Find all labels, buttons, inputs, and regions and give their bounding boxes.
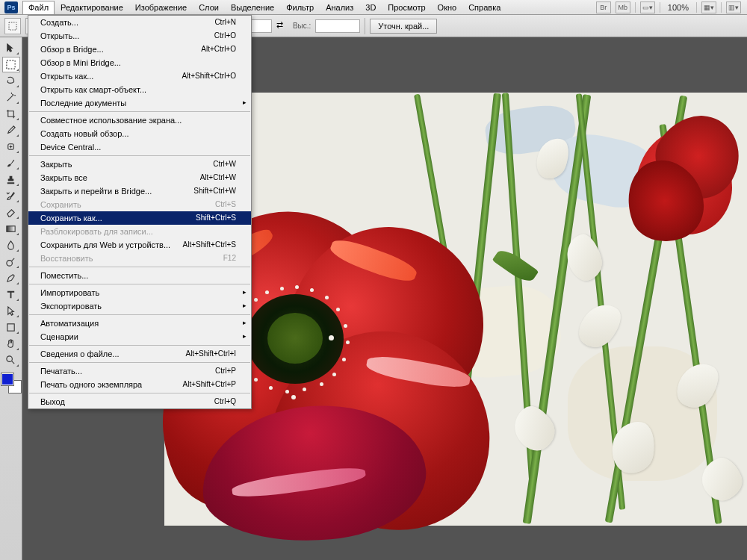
file-menu-item-31[interactable]: Печатать...Ctrl+P (28, 364, 251, 378)
workspace-switch-icon[interactable]: ▥▾ (726, 1, 741, 13)
menu-просмотр[interactable]: Просмотр (382, 1, 431, 14)
menu-item-label: Создать новый обзор... (40, 129, 129, 138)
file-menu-item-24[interactable]: Экспортировать (28, 299, 251, 313)
tool-pen[interactable] (2, 270, 20, 286)
tool-move[interactable] (2, 40, 20, 56)
height-input[interactable] (315, 19, 360, 33)
menu-item-label: Импортировать (40, 288, 99, 297)
refine-edge-button[interactable]: Уточн. край... (370, 19, 437, 34)
menu-item-label: Автоматизация (40, 319, 99, 328)
menu-выделение[interactable]: Выделение (225, 1, 280, 14)
file-menu-item-16[interactable]: Сохранить как...Shift+Ctrl+S (28, 211, 251, 225)
file-menu-item-15: СохранитьCtrl+S (28, 198, 251, 211)
menu-item-shortcut: Ctrl+W (213, 160, 236, 169)
tool-lasso[interactable] (2, 73, 20, 89)
file-menu-item-29[interactable]: Сведения о файле...Alt+Shift+Ctrl+I (28, 347, 251, 361)
color-swatches[interactable] (1, 373, 21, 393)
menu-3d[interactable]: 3D (359, 1, 382, 14)
svg-rect-11 (7, 226, 15, 232)
file-menu-item-4[interactable]: Открыть как...Alt+Shift+Ctrl+O (28, 69, 251, 83)
file-menu-item-17: Разблокировать для записи... (28, 225, 251, 238)
menu-item-shortcut: Alt+Ctrl+W (200, 173, 236, 182)
tool-gradient[interactable] (2, 221, 20, 237)
launch-minibridge-icon[interactable]: Mb (616, 1, 630, 13)
menu-item-label: Обзор в Bridge... (40, 45, 104, 54)
tool-history-brush[interactable] (2, 188, 20, 204)
menu-item-label: Открыть как смарт-объект... (40, 85, 146, 94)
file-menu-item-27[interactable]: Сценарии (28, 330, 251, 343)
tool-wand[interactable] (2, 90, 20, 105)
menu-редактирование[interactable]: Редактирование (55, 1, 129, 14)
file-menu-item-26[interactable]: Автоматизация (28, 317, 251, 330)
tool-hand[interactable] (2, 336, 20, 352)
file-menu-item-5[interactable]: Открыть как смарт-объект... (28, 83, 251, 96)
menu-item-shortcut: Alt+Shift+Ctrl+O (182, 72, 236, 81)
tool-marquee[interactable] (2, 57, 20, 72)
tool-zoom[interactable] (2, 352, 20, 368)
tool-shape[interactable] (2, 320, 20, 335)
file-menu-item-23[interactable]: Импортировать (28, 286, 251, 299)
file-menu-item-14[interactable]: Закрыть и перейти в Bridge...Shift+Ctrl+… (28, 184, 251, 198)
file-menu-item-6[interactable]: Последние документы (28, 96, 251, 110)
menu-слои[interactable]: Слои (193, 1, 225, 14)
menu-item-label: Сохранить (40, 200, 81, 209)
screen-mode-icon[interactable]: ▭▾ (640, 1, 655, 13)
file-menu-item-32[interactable]: Печать одного экземпляраAlt+Shift+Ctrl+P (28, 378, 251, 391)
menu-item-label: Поместить... (40, 271, 88, 280)
svg-rect-9 (7, 60, 15, 69)
menu-item-label: Последние документы (40, 99, 126, 108)
menu-item-label: Закрыть (40, 160, 72, 169)
file-menu-item-0[interactable]: Создать...Ctrl+N (28, 16, 251, 29)
zoom-level[interactable]: 100% (665, 3, 692, 12)
menu-item-label: Открыть как... (40, 72, 93, 81)
file-menu-item-13[interactable]: Закрыть всеAlt+Ctrl+W (28, 171, 251, 184)
file-menu-item-1[interactable]: Открыть...Ctrl+O (28, 29, 251, 43)
tool-dodge[interactable] (2, 254, 20, 270)
file-menu-item-21[interactable]: Поместить... (28, 269, 251, 282)
file-menu-item-34[interactable]: ВыходCtrl+Q (28, 395, 251, 408)
menu-item-label: Открыть... (40, 31, 79, 40)
svg-rect-13 (7, 324, 14, 331)
file-menu-item-8[interactable]: Совместное использование экрана... (28, 113, 251, 127)
file-menu-item-2[interactable]: Обзор в Bridge...Alt+Ctrl+O (28, 43, 251, 56)
height-label: Выс.: (293, 22, 311, 30)
menu-item-shortcut: Ctrl+P (215, 367, 236, 376)
painting-content (164, 93, 747, 526)
menu-item-label: Сценарии (40, 332, 78, 341)
menu-item-label: Создать... (40, 18, 78, 27)
tool-path-select[interactable] (2, 303, 20, 319)
toolbox (0, 37, 22, 560)
tool-brush[interactable] (2, 155, 20, 171)
tool-type[interactable] (2, 287, 20, 302)
document-canvas[interactable] (164, 93, 747, 526)
menu-окно[interactable]: Окно (432, 1, 463, 14)
swap-wh-icon[interactable]: ⇄ (276, 20, 288, 32)
menu-анализ[interactable]: Анализ (320, 1, 359, 14)
tool-eraser[interactable] (2, 205, 20, 220)
menubar-right: Br Mb ▭▾ 100% ▦▾ ▥▾ (596, 1, 747, 13)
menu-файл[interactable]: Файл (22, 1, 55, 14)
file-menu-item-18[interactable]: Сохранить для Web и устройств...Alt+Shif… (28, 238, 251, 252)
menu-справка[interactable]: Справка (462, 1, 506, 14)
tool-eyedropper[interactable] (2, 122, 20, 138)
file-menu-item-3[interactable]: Обзор в Mini Bridge... (28, 56, 251, 69)
menu-item-label: Закрыть все (40, 173, 87, 182)
file-menu-item-10[interactable]: Device Central... (28, 140, 251, 154)
file-menu-item-19: ВосстановитьF12 (28, 252, 251, 265)
file-menu-item-9[interactable]: Создать новый обзор... (28, 127, 251, 140)
tool-crop[interactable] (2, 106, 20, 122)
fg-color-swatch[interactable] (1, 373, 13, 385)
launch-bridge-icon[interactable]: Br (596, 1, 611, 13)
menu-изображение[interactable]: Изображение (129, 1, 193, 14)
menu-фильтр[interactable]: Фильтр (280, 1, 320, 14)
tool-preset-icon[interactable] (4, 18, 21, 34)
tool-healing[interactable] (2, 139, 20, 155)
menu-item-label: Сохранить для Web и устройств... (40, 240, 170, 249)
menu-item-label: Печатать... (40, 367, 82, 376)
tool-stamp[interactable] (2, 172, 20, 187)
file-menu-item-12[interactable]: ЗакрытьCtrl+W (28, 158, 251, 171)
menu-item-label: Обзор в Mini Bridge... (40, 58, 121, 67)
tool-blur[interactable] (2, 237, 20, 253)
menu-item-shortcut: Ctrl+S (215, 200, 236, 209)
arrange-docs-icon[interactable]: ▦▾ (701, 1, 716, 13)
